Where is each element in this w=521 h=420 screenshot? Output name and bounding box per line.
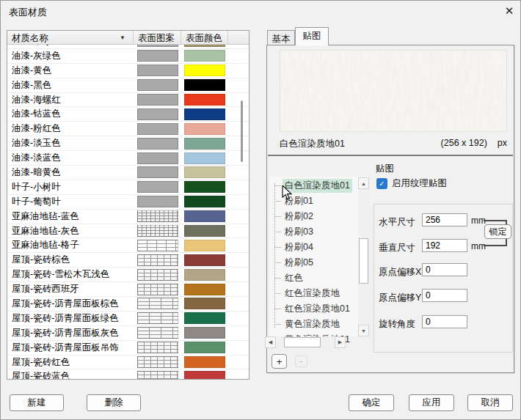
- close-icon[interactable]: ✕: [500, 2, 519, 20]
- materials-table-body: 油漆-军绿色油漆-灰绿色油漆-黄色油漆-黑色油漆-海螺红油漆-钴蓝色油漆-粉红色…: [7, 45, 249, 379]
- tree-item[interactable]: 粉刷01: [269, 194, 357, 209]
- tree-item[interactable]: 粉刷05: [269, 255, 357, 270]
- ok-button[interactable]: 确定: [349, 394, 394, 411]
- table-row[interactable]: 油漆-淡玉色: [7, 136, 249, 151]
- column-header-name[interactable]: 材质名称 ▼: [7, 31, 134, 44]
- table-row[interactable]: 屋顶-瓷砖-沥青屋面板绿色: [7, 312, 249, 326]
- materials-scrollbar[interactable]: [241, 100, 243, 162]
- enable-texture-row[interactable]: ✓ 启用纹理贴图: [376, 177, 447, 190]
- material-name: 油漆-海螺红: [7, 94, 134, 106]
- origin-offset-x-input[interactable]: [422, 263, 467, 276]
- table-row[interactable]: 屋顶-瓷砖棕色: [7, 253, 249, 268]
- table-row[interactable]: 亚麻油地毡-格子: [7, 238, 249, 253]
- surface-color-swatch: [184, 342, 225, 353]
- tab-basic[interactable]: 基本: [267, 30, 295, 45]
- map-section-title: 贴图: [376, 163, 394, 175]
- new-button[interactable]: 新建: [10, 394, 64, 411]
- surface-color-swatch: [184, 210, 225, 222]
- tree-item[interactable]: 粉刷04: [269, 240, 357, 255]
- tree-item[interactable]: 红色渲染质地: [269, 286, 357, 301]
- table-row[interactable]: 屋顶-瓷砖蓝色: [7, 369, 249, 379]
- table-row[interactable]: 油漆-暗黄色: [7, 166, 249, 180]
- table-row[interactable]: 油漆-灰绿色: [7, 49, 249, 64]
- surface-color-swatch: [184, 108, 225, 120]
- tree-scroll-up-icon[interactable]: ▲: [358, 177, 369, 189]
- tree-item[interactable]: 红色渲染质地01: [269, 301, 357, 317]
- vertical-size-input[interactable]: [422, 239, 467, 252]
- tree-scroll-thumb[interactable]: [359, 238, 368, 284]
- tree-item-label: 粉刷01: [283, 194, 316, 208]
- tree-connector: [274, 278, 281, 279]
- table-row[interactable]: 亚麻油地毡-灰色: [7, 224, 249, 239]
- material-name: 叶子-小树叶: [7, 181, 134, 194]
- surface-pattern-swatch: [137, 269, 178, 281]
- table-row[interactable]: 油漆-粉红色: [7, 122, 249, 136]
- rotation-angle-input[interactable]: [422, 315, 467, 328]
- table-row[interactable]: 油漆-黑色: [7, 78, 249, 93]
- surface-pattern-swatch: [137, 196, 178, 207]
- table-row[interactable]: 屋顶-瓷砖-沥青屋面板灰色: [7, 326, 249, 341]
- material-name: 屋顶-瓷砖-沥青屋面板棕色: [7, 298, 134, 310]
- table-row[interactable]: 叶子-小树叶: [7, 180, 249, 195]
- name-filter-dropdown-icon[interactable]: ▼: [120, 34, 125, 41]
- tree-item-label: 白色渲染质地01: [283, 179, 352, 193]
- surface-color-swatch: [184, 312, 225, 324]
- surface-pattern-swatch: [137, 342, 178, 353]
- surface-pattern-swatch: [137, 356, 178, 368]
- enable-texture-checkbox[interactable]: ✓: [376, 178, 387, 189]
- table-row[interactable]: 屋顶-瓷砖-沥青屋面板吊饰: [7, 341, 249, 355]
- tree-scroll-left-icon[interactable]: ◀: [265, 336, 276, 348]
- tree-item[interactable]: 白色渲染质地01: [269, 178, 357, 194]
- table-row[interactable]: 屋顶-瓷砖-雪松木瓦浅色: [7, 268, 249, 282]
- surface-color-swatch: [184, 269, 225, 281]
- table-row[interactable]: 亚麻油地毡-蓝色: [7, 210, 249, 224]
- table-row[interactable]: 油漆-钴蓝色: [7, 107, 249, 122]
- surface-color-swatch: [184, 196, 225, 207]
- surface-pattern-swatch: [137, 327, 178, 339]
- tree-hscroll-thumb[interactable]: [284, 337, 321, 347]
- material-name: 亚麻油地毡-灰色: [7, 225, 134, 237]
- tree-vertical-scrollbar[interactable]: ▲ ▼: [358, 177, 369, 336]
- horizontal-size-input[interactable]: [422, 213, 467, 226]
- lock-button[interactable]: 锁定: [484, 224, 511, 239]
- table-row[interactable]: 油漆-淡蓝色: [7, 151, 249, 166]
- material-name: 油漆-军绿色: [7, 45, 134, 48]
- column-header-color[interactable]: 表面颜色: [181, 31, 228, 44]
- material-name: 叶子-葡萄叶: [7, 196, 134, 208]
- enable-texture-label: 启用纹理贴图: [392, 177, 447, 190]
- tree-horizontal-scrollbar[interactable]: ◀ ▶: [265, 336, 346, 348]
- tree-item[interactable]: 黄色渲染质地: [269, 317, 357, 332]
- table-row[interactable]: 屋顶-瓷砖红色: [7, 355, 249, 370]
- surface-pattern-swatch: [137, 225, 178, 237]
- delete-button[interactable]: 删除: [87, 394, 141, 411]
- tree-item-label: 粉刷04: [283, 240, 316, 254]
- tree-scroll-right-icon[interactable]: ▶: [335, 336, 346, 348]
- surface-pattern-swatch: [137, 166, 178, 178]
- table-row[interactable]: 叶子-葡萄叶: [7, 195, 249, 210]
- material-name: 屋顶-瓷砖-雪松木瓦浅色: [7, 268, 134, 281]
- remove-texture-button[interactable]: -: [295, 355, 307, 367]
- tree-item-label: 黄色渲染质地: [283, 317, 342, 331]
- tree-connector: [274, 262, 281, 263]
- add-texture-button[interactable]: +: [272, 354, 287, 369]
- tree-item[interactable]: 红色: [269, 270, 357, 286]
- table-row[interactable]: 油漆-黄色: [7, 64, 249, 78]
- tree-scroll-down-icon[interactable]: ▼: [358, 325, 369, 336]
- tree-item[interactable]: 粉刷03: [269, 224, 357, 240]
- column-header-pattern[interactable]: 表面图案: [134, 31, 181, 44]
- table-row[interactable]: 屋顶-瓷砖西班牙: [7, 282, 249, 297]
- preview-caption: 白色渲染质地01 (256 x 192) px: [280, 138, 507, 150]
- table-row[interactable]: 油漆-海螺红: [7, 93, 249, 108]
- table-row[interactable]: 屋顶-瓷砖-沥青屋面板棕色: [7, 297, 249, 312]
- apply-button[interactable]: 应用: [409, 394, 454, 411]
- tab-map[interactable]: 贴图: [295, 27, 329, 45]
- material-name: 屋顶-瓷砖-沥青屋面板绿色: [7, 312, 134, 325]
- cancel-button[interactable]: 取消: [467, 394, 513, 411]
- lock-bracket-bottom: [484, 239, 507, 246]
- material-rows: 油漆-军绿色油漆-灰绿色油漆-黄色油漆-黑色油漆-海螺红油漆-钴蓝色油漆-粉红色…: [7, 45, 249, 379]
- surface-color-swatch: [184, 152, 225, 164]
- origin-offset-y-input[interactable]: [422, 289, 467, 302]
- surface-color-swatch: [184, 79, 225, 91]
- tree-item[interactable]: 粉刷02: [269, 209, 357, 224]
- texture-tree: 白色渲染质地01粉刷01粉刷02粉刷03粉刷04粉刷05红色红色渲染质地红色渲染…: [269, 177, 369, 336]
